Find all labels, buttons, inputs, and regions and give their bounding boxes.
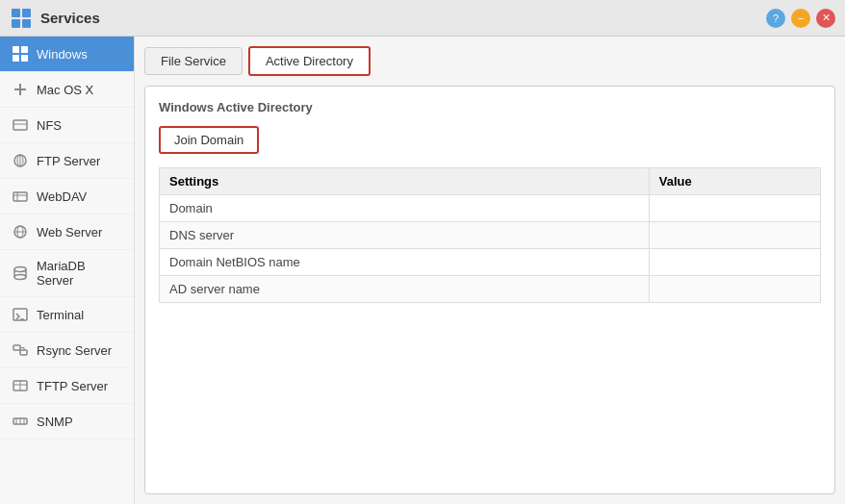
- table-row: AD server name: [160, 276, 821, 303]
- content-area: File Service Active Directory Windows Ac…: [135, 37, 845, 504]
- svg-rect-4: [13, 46, 19, 53]
- mariadb-icon: [12, 265, 29, 282]
- sidebar-item-mariadb[interactable]: MariaDB Server: [0, 250, 134, 297]
- value-cell: [649, 249, 820, 276]
- windows-icon: [12, 45, 29, 63]
- table-row: DNS server: [160, 222, 821, 249]
- webdav-icon: [12, 188, 29, 205]
- app-icon: [10, 7, 33, 30]
- value-cell: [649, 195, 820, 222]
- svg-rect-10: [13, 120, 27, 130]
- sidebar-item-snmp[interactable]: SNMP: [0, 404, 134, 440]
- value-cell: [649, 222, 820, 249]
- svg-rect-0: [12, 9, 20, 17]
- settings-cell: DNS server: [160, 222, 650, 249]
- sidebar-item-nfs[interactable]: NFS: [0, 108, 134, 143]
- sidebar-item-terminal[interactable]: Terminal: [0, 297, 134, 333]
- settings-cell: AD server name: [160, 276, 650, 303]
- svg-rect-15: [13, 192, 27, 201]
- tftp-icon: [12, 377, 29, 394]
- active-directory-panel: Windows Active Directory Join Domain Set…: [144, 86, 835, 494]
- tab-active-directory[interactable]: Active Directory: [248, 46, 371, 76]
- settings-cell: Domain: [160, 195, 650, 222]
- sidebar-item-label: Web Server: [37, 225, 102, 239]
- minimize-button[interactable]: −: [791, 9, 810, 28]
- nfs-icon: [12, 116, 29, 134]
- close-button[interactable]: ✕: [816, 9, 835, 28]
- panel-title: Windows Active Directory: [159, 100, 821, 114]
- sidebar-item-label: NFS: [37, 118, 62, 133]
- help-button[interactable]: ?: [766, 9, 785, 28]
- svg-rect-3: [22, 19, 31, 28]
- svg-rect-1: [22, 9, 31, 17]
- svg-rect-7: [21, 55, 28, 62]
- table-row: Domain NetBIOS name: [160, 249, 821, 276]
- sidebar-item-macosx[interactable]: Mac OS X: [0, 72, 134, 108]
- col-header-settings: Settings: [160, 168, 650, 195]
- sidebar-item-tftp[interactable]: TFTP Server: [0, 368, 134, 404]
- titlebar: Services ? − ✕: [0, 0, 845, 37]
- col-header-value: Value: [649, 168, 820, 195]
- ftp-icon: [12, 152, 29, 169]
- tab-file-service[interactable]: File Service: [144, 47, 243, 75]
- sidebar-item-webdav[interactable]: WebDAV: [0, 179, 134, 214]
- sidebar-item-label: Terminal: [37, 308, 84, 322]
- sidebar-item-label: TFTP Server: [37, 379, 108, 393]
- sidebar-item-windows[interactable]: Windows: [0, 37, 134, 72]
- svg-rect-2: [12, 19, 20, 28]
- sidebar-item-label: SNMP: [37, 415, 73, 429]
- sidebar-item-label: FTP Server: [37, 154, 100, 168]
- value-cell: [649, 276, 820, 303]
- sidebar: Windows Mac OS X NFS: [0, 37, 135, 504]
- sidebar-item-ftp[interactable]: FTP Server: [0, 143, 134, 179]
- svg-rect-28: [20, 350, 27, 355]
- svg-rect-25: [13, 309, 27, 320]
- main-layout: Windows Mac OS X NFS: [0, 37, 845, 504]
- snmp-icon: [12, 413, 29, 430]
- settings-cell: Domain NetBIOS name: [160, 249, 650, 276]
- page-title: Services: [40, 10, 100, 26]
- sidebar-item-label: MariaDB Server: [37, 259, 122, 288]
- sidebar-item-label: WebDAV: [37, 189, 87, 204]
- table-row: Domain: [160, 195, 821, 222]
- sidebar-item-label: Rsync Server: [37, 343, 112, 358]
- terminal-icon: [12, 306, 29, 323]
- svg-rect-27: [13, 345, 20, 350]
- svg-point-24: [14, 275, 26, 280]
- svg-rect-6: [13, 55, 19, 62]
- svg-rect-5: [21, 46, 28, 53]
- sidebar-item-label: Windows: [37, 47, 88, 62]
- settings-table: Settings Value DomainDNS serverDomain Ne…: [159, 167, 821, 303]
- svg-point-21: [14, 267, 26, 272]
- join-domain-button[interactable]: Join Domain: [159, 126, 259, 154]
- sidebar-item-label: Mac OS X: [37, 83, 93, 97]
- tab-bar: File Service Active Directory: [144, 46, 835, 76]
- rsync-icon: [12, 341, 29, 359]
- window-controls: ? − ✕: [766, 9, 835, 28]
- sidebar-item-rsync[interactable]: Rsync Server: [0, 333, 134, 368]
- webserver-icon: [12, 223, 29, 240]
- sidebar-item-webserver[interactable]: Web Server: [0, 214, 134, 250]
- macosx-icon: [12, 81, 29, 98]
